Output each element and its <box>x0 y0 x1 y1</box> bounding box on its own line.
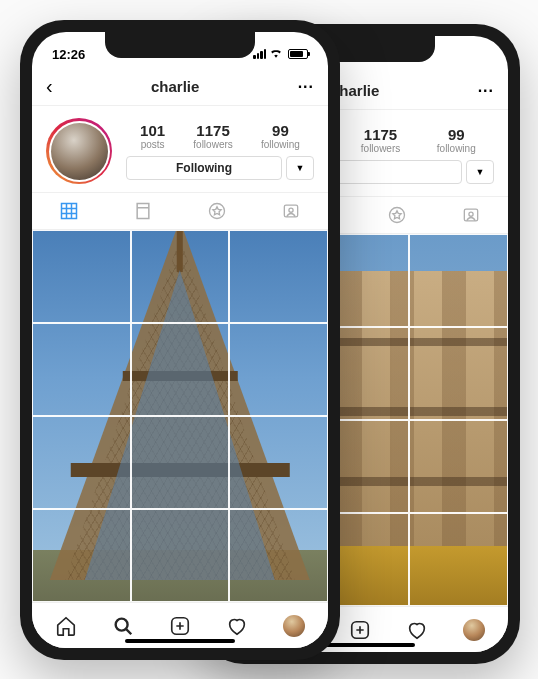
grid-icon <box>59 201 79 221</box>
stat-following[interactable]: 99 following <box>437 126 476 154</box>
back-button[interactable]: ‹ <box>46 75 53 98</box>
view-tabs <box>32 192 328 230</box>
more-options-button[interactable]: ··· <box>478 82 494 100</box>
posts-grid[interactable] <box>32 230 328 602</box>
notch <box>105 32 255 58</box>
svg-rect-15 <box>62 204 77 219</box>
tagged-icon <box>461 205 481 225</box>
stat-posts[interactable]: 101 posts <box>140 122 165 150</box>
star-icon <box>387 205 407 225</box>
svg-rect-20 <box>137 204 149 219</box>
battery-icon <box>288 49 308 59</box>
profile-info-row: 101 posts 1175 followers 99 following Fo… <box>32 106 328 192</box>
profile-username[interactable]: charlie <box>151 78 199 95</box>
tagged-view-tab[interactable] <box>434 197 508 233</box>
svg-rect-23 <box>284 205 297 217</box>
nav-activity[interactable] <box>396 619 438 641</box>
following-button[interactable]: Following <box>126 156 282 180</box>
feed-icon <box>133 201 153 221</box>
home-icon <box>55 615 77 637</box>
heart-icon <box>406 619 428 641</box>
profile-avatar-icon <box>283 615 305 637</box>
status-right <box>253 47 308 61</box>
stat-following[interactable]: 99 following <box>261 122 300 150</box>
tab-star[interactable] <box>180 193 254 229</box>
feed-view-tab[interactable] <box>106 193 180 229</box>
suggestions-dropdown-button[interactable]: ▼ <box>466 160 494 184</box>
stat-followers[interactable]: 1175 followers <box>193 122 232 150</box>
nav-new-post[interactable] <box>159 615 201 637</box>
suggestions-dropdown-button[interactable]: ▼ <box>286 156 314 180</box>
plus-square-icon <box>169 615 191 637</box>
grid-view-tab[interactable] <box>32 193 106 229</box>
svg-line-26 <box>126 628 131 633</box>
profile-stats: 101 posts 1175 followers 99 following Fo… <box>126 122 314 180</box>
nav-home[interactable] <box>45 615 87 637</box>
tagged-icon <box>281 201 301 221</box>
avatar[interactable] <box>46 118 112 184</box>
profile-avatar-icon <box>463 619 485 641</box>
stat-followers[interactable]: 1175 followers <box>361 126 400 154</box>
plus-square-icon <box>349 619 371 641</box>
nav-activity[interactable] <box>216 615 258 637</box>
search-icon <box>112 615 134 637</box>
svg-point-9 <box>469 212 473 216</box>
wifi-icon <box>269 47 283 61</box>
star-icon <box>207 201 227 221</box>
grid-image-eiffel <box>32 230 328 602</box>
nav-new-post[interactable] <box>339 619 381 641</box>
phone-mockup-front: 12:26 ‹ charlie ··· 101 pos <box>20 20 340 660</box>
follow-button-row: Following ▼ <box>126 156 314 180</box>
more-options-button[interactable]: ··· <box>298 78 314 96</box>
screen: 12:26 ‹ charlie ··· 101 pos <box>32 32 328 648</box>
nav-profile[interactable] <box>273 615 315 637</box>
status-time: 12:26 <box>52 47 85 62</box>
nav-search[interactable] <box>102 615 144 637</box>
svg-rect-8 <box>464 209 477 221</box>
home-indicator[interactable] <box>125 639 235 643</box>
profile-header: ‹ charlie ··· <box>32 68 328 106</box>
tagged-view-tab[interactable] <box>254 193 328 229</box>
svg-point-24 <box>289 208 293 212</box>
svg-point-25 <box>116 618 128 630</box>
signal-icon <box>253 49 266 59</box>
heart-icon <box>226 615 248 637</box>
nav-profile[interactable] <box>453 619 495 641</box>
tab-star[interactable] <box>360 197 434 233</box>
